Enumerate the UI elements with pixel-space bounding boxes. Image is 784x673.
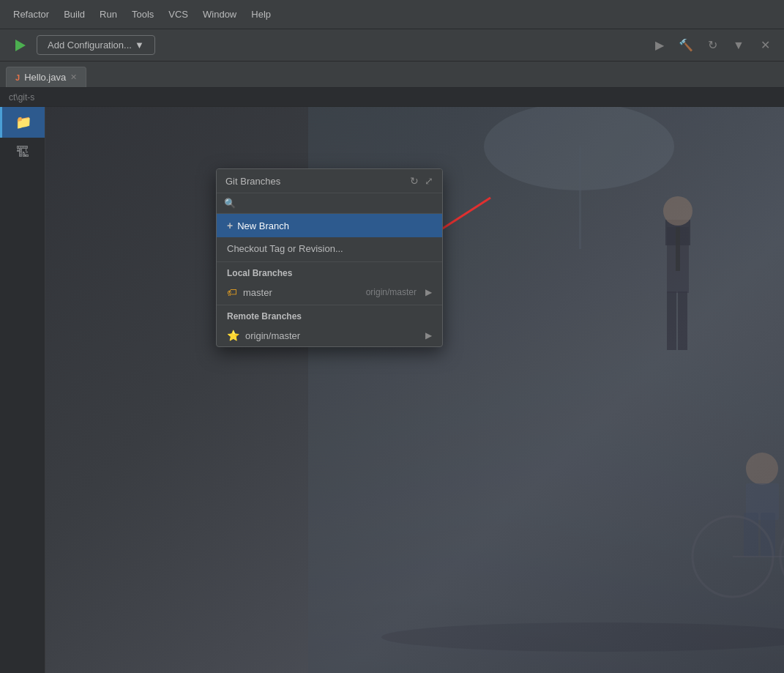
tab-hello-java[interactable]: J Hello.java ✕	[6, 67, 86, 87]
sidebar-structure-icon: 🏗	[16, 145, 29, 160]
new-branch-label: New Branch	[237, 220, 289, 231]
run-button[interactable]	[9, 34, 31, 56]
sidebar: 📁 🏗	[0, 107, 45, 673]
search-icon: 🔍	[224, 198, 236, 209]
sidebar-item-structure[interactable]: 🏗	[0, 138, 45, 168]
plus-icon: +	[227, 220, 233, 231]
tab-bar: J Hello.java ✕	[0, 62, 784, 88]
popup-header: Git Branches ↻ ⤢	[217, 169, 442, 193]
tab-label: Hello.java	[24, 72, 66, 83]
tag-icon: 🏷	[227, 286, 237, 298]
menu-build[interactable]: Build	[56, 6, 92, 23]
menu-vcs[interactable]: VCS	[161, 6, 195, 23]
remote-ref: origin/master	[366, 287, 417, 297]
menu-window[interactable]: Window	[195, 6, 244, 23]
toolbar-dropdown-btn[interactable]: ▼	[728, 35, 749, 56]
add-config-label: Add Configuration...	[48, 40, 132, 51]
toolbar: Add Configuration... ▼ ▶ 🔨 ↻ ▼ ✕	[0, 29, 784, 62]
git-branches-popup: Git Branches ↻ ⤢ 🔍 + New Branch Checkout…	[216, 168, 443, 347]
divider-2	[217, 305, 442, 305]
dropdown-arrow: ▼	[135, 40, 144, 51]
divider-1	[217, 261, 442, 262]
branch-submenu-arrow: ▶	[425, 287, 432, 297]
sidebar-item-project[interactable]: 📁	[0, 107, 45, 138]
toolbar-play-icon-btn[interactable]: ▶	[649, 35, 670, 56]
toolbar-refresh-icon-btn[interactable]: ↻	[702, 35, 723, 56]
svg-marker-17	[15, 40, 26, 51]
toolbar-build-icon-btn[interactable]: 🔨	[676, 35, 696, 56]
expand-icon[interactable]: ⤢	[425, 175, 433, 187]
breadcrumb-bar: ct\git-s	[0, 88, 784, 107]
add-configuration-button[interactable]: Add Configuration... ▼	[37, 35, 155, 55]
menu-run[interactable]: Run	[92, 6, 124, 23]
java-file-icon: J	[15, 73, 20, 82]
popup-title: Git Branches	[225, 176, 280, 187]
breadcrumb-path: ct\git-s	[9, 92, 34, 103]
menu-bar: Refactor Build Run Tools VCS Window Help	[0, 0, 784, 29]
checkout-tag-item[interactable]: Checkout Tag or Revision...	[217, 237, 442, 260]
remote-branches-header: Remote Branches	[217, 307, 442, 324]
remote-branch-submenu-arrow: ▶	[425, 330, 432, 341]
toolbar-settings-icon-btn[interactable]: ✕	[755, 35, 775, 56]
master-branch-name: master	[243, 287, 360, 298]
remote-branch-name: origin/master	[245, 330, 419, 341]
local-branches-header: Local Branches	[217, 264, 442, 281]
menu-help[interactable]: Help	[244, 6, 278, 23]
menu-refactor[interactable]: Refactor	[6, 6, 56, 23]
local-branch-master[interactable]: 🏷 master origin/master ▶	[217, 281, 442, 303]
checkout-tag-label: Checkout Tag or Revision...	[227, 243, 343, 254]
remote-branch-origin-master[interactable]: ⭐ origin/master ▶	[217, 324, 442, 346]
star-icon: ⭐	[227, 330, 239, 341]
refresh-icon[interactable]: ↻	[410, 175, 419, 187]
new-branch-item[interactable]: + New Branch	[217, 214, 442, 237]
tab-close-button[interactable]: ✕	[70, 72, 77, 82]
popup-search-area: 🔍	[217, 193, 442, 214]
popup-header-icons: ↻ ⤢	[410, 175, 433, 187]
run-icon	[12, 37, 28, 53]
sidebar-project-icon: 📁	[15, 114, 31, 130]
search-input[interactable]	[240, 198, 435, 209]
menu-tools[interactable]: Tools	[124, 6, 161, 23]
